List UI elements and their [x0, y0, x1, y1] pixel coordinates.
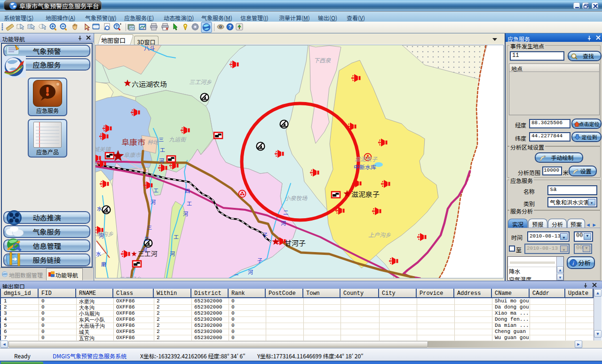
svg-text:下西泉: 下西泉 [314, 56, 331, 64]
svg-text:子: 子 [257, 256, 262, 264]
svg-text:九运街: 九运街 [169, 135, 187, 143]
svg-text:阜康市: 阜康市 [121, 136, 145, 148]
svg-text:三工河: 三工河 [138, 249, 158, 258]
svg-text:河: 河 [248, 268, 253, 276]
svg-text:三: 三 [158, 135, 164, 143]
svg-text:河: 河 [170, 250, 175, 257]
svg-text:四: 四 [185, 187, 190, 194]
svg-text:水: 水 [96, 250, 101, 257]
svg-text:三工河乡: 三工河乡 [189, 78, 212, 86]
svg-text:工: 工 [174, 233, 179, 240]
svg-text:工: 工 [153, 186, 158, 194]
svg-text:三: 三 [156, 173, 161, 181]
svg-text:甘河子: 甘河子 [285, 238, 306, 248]
svg-text:八斗: 八斗 [144, 45, 155, 52]
svg-text:河: 河 [150, 198, 156, 206]
svg-text:?: ? [115, 23, 118, 29]
svg-text:二: 二 [234, 272, 239, 278]
svg-text:工: 工 [160, 146, 165, 153]
svg-text:工: 工 [187, 199, 192, 207]
svg-text:子: 子 [262, 231, 268, 238]
svg-text:二: 二 [283, 208, 288, 216]
svg-text:工: 工 [144, 235, 150, 242]
svg-text:河: 河 [183, 210, 188, 217]
svg-text:城关镇: 城关镇 [95, 145, 111, 153]
svg-text:水: 水 [97, 205, 102, 212]
svg-text:种场: 种场 [147, 138, 159, 146]
svg-text:河: 河 [159, 157, 164, 164]
svg-text:六运湖农场: 六运湖农场 [132, 79, 167, 89]
svg-text:小泉牧场: 小泉牧场 [285, 194, 308, 202]
svg-text:阜康市: 阜康市 [124, 150, 142, 158]
svg-text:河: 河 [99, 232, 104, 239]
svg-text:河: 河 [281, 219, 286, 227]
svg-text:?: ? [229, 23, 232, 30]
svg-text:三: 三 [147, 223, 152, 231]
svg-text:磨: 磨 [101, 260, 106, 268]
svg-text:三工河乡: 三工河乡 [119, 275, 141, 278]
svg-text:河: 河 [142, 246, 147, 253]
svg-text:水磨沟乡: 水磨沟乡 [95, 229, 113, 237]
svg-text:中新水库: 中新水库 [354, 163, 376, 171]
svg-text:滋泥泉子: 滋泥泉子 [355, 155, 378, 163]
svg-text:上户沟乡: 上户沟乡 [368, 230, 391, 238]
svg-text:滋泥泉子: 滋泥泉子 [351, 189, 380, 199]
